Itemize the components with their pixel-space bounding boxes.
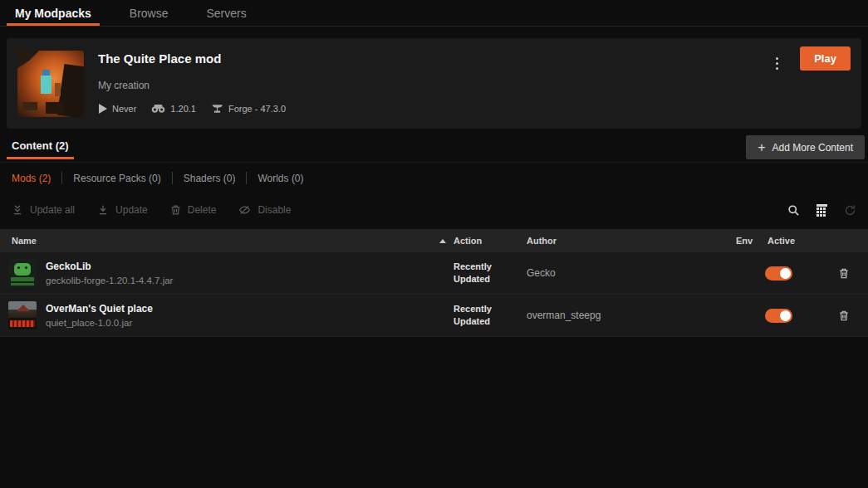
last-played-meta: Never <box>98 104 136 114</box>
mod-action-status: Recently Updated <box>451 303 504 329</box>
table-row[interactable]: OverMan's Quiet place quiet_place-1.0.0.… <box>0 295 868 337</box>
game-version-meta: 1.20.1 <box>151 104 196 114</box>
quiet-place-mod-icon <box>8 301 37 329</box>
update-all-icon <box>12 204 23 216</box>
geckolib-mod-icon <box>8 259 37 287</box>
modpack-subtitle: My creation <box>98 80 150 91</box>
mod-filename: quiet_place-1.0.0.jar <box>46 318 153 328</box>
toolbar-right-icons <box>787 204 856 217</box>
subtab-divider <box>246 172 247 184</box>
column-active[interactable]: Active <box>765 236 819 246</box>
search-icon <box>787 204 800 217</box>
tab-content[interactable]: Content (2) <box>12 139 69 152</box>
update-icon <box>97 204 109 216</box>
mod-author: overman_steepg <box>524 310 733 321</box>
subtab-divider <box>61 172 62 184</box>
subtab-divider <box>172 172 173 184</box>
refresh-button[interactable] <box>844 204 856 217</box>
play-button[interactable]: Play <box>800 46 851 71</box>
column-name[interactable]: Name <box>12 236 37 246</box>
update-all-button[interactable]: Update all <box>12 204 75 216</box>
modpack-thumbnail <box>17 51 84 117</box>
mod-name: GeckoLib <box>46 261 173 272</box>
mod-action-status: Recently Updated <box>451 261 504 286</box>
add-more-content-button[interactable]: + Add More Content <box>746 135 865 159</box>
subtab-mods[interactable]: Mods (2) <box>12 173 51 184</box>
goggles-icon <box>151 104 165 114</box>
more-options-button[interactable] <box>767 51 786 75</box>
mods-toolbar: Update all Update Delete Disable <box>12 199 856 221</box>
search-button[interactable] <box>787 204 800 217</box>
last-played-value: Never <box>112 104 136 114</box>
delete-mod-button[interactable] <box>838 267 850 280</box>
top-navigation: My Modpacks Browse Servers <box>0 0 868 27</box>
disable-label: Disable <box>257 204 291 216</box>
content-subtabs: Mods (2) Resource Packs (0) Shaders (0) … <box>12 172 304 184</box>
mod-author: Gecko <box>524 267 733 279</box>
mod-filename: geckolib-forge-1.20.1-4.4.7.jar <box>46 276 173 285</box>
mod-loader-value: Forge - 47.3.0 <box>228 104 286 114</box>
update-label: Update <box>115 204 148 216</box>
mods-table: Name Action Author Env Active GeckoLib g… <box>0 229 868 337</box>
active-toggle[interactable] <box>765 266 792 281</box>
table-rows: GeckoLib geckolib-forge-1.20.1-4.4.7.jar… <box>0 252 868 337</box>
subtab-shaders[interactable]: Shaders (0) <box>184 173 236 184</box>
trash-icon <box>170 204 181 216</box>
modpack-meta: Never 1.20.1 Forge - 47.3.0 <box>98 104 286 114</box>
game-version-value: 1.20.1 <box>170 104 196 114</box>
modpack-card: The Quite Place mod My creation Never 1.… <box>7 38 861 129</box>
play-icon <box>98 104 107 114</box>
mod-loader-meta: Forge - 47.3.0 <box>211 104 286 114</box>
sort-ascending-icon[interactable] <box>439 239 446 243</box>
subtab-worlds[interactable]: Worlds (0) <box>257 173 303 184</box>
update-button[interactable]: Update <box>97 204 148 216</box>
table-view-icon <box>817 204 827 217</box>
table-view-button[interactable] <box>817 204 827 217</box>
mod-name: OverMan's Quiet place <box>46 303 153 315</box>
content-tab-bar: Content (2) + Add More Content <box>0 133 868 163</box>
delete-mod-button[interactable] <box>838 310 850 322</box>
nav-tab-my-modpacks[interactable]: My Modpacks <box>15 0 91 27</box>
nav-tab-servers[interactable]: Servers <box>207 0 247 27</box>
update-all-label: Update all <box>30 204 75 216</box>
column-env[interactable]: Env <box>733 236 765 246</box>
disable-button[interactable]: Disable <box>238 204 291 216</box>
eye-off-icon <box>238 204 251 216</box>
delete-button[interactable]: Delete <box>170 204 217 216</box>
refresh-icon <box>844 204 856 217</box>
table-header: Name Action Author Env Active <box>0 229 868 252</box>
add-more-content-label: Add More Content <box>772 142 853 154</box>
nav-tab-browse[interactable]: Browse <box>130 0 169 27</box>
anvil-icon <box>211 104 223 114</box>
trash-icon <box>838 310 850 322</box>
trash-icon <box>838 267 850 280</box>
table-row[interactable]: GeckoLib geckolib-forge-1.20.1-4.4.7.jar… <box>0 252 868 295</box>
column-author[interactable]: Author <box>524 236 733 246</box>
subtab-resource-packs[interactable]: Resource Packs (0) <box>73 173 160 184</box>
modpack-title: The Quite Place mod <box>98 51 221 66</box>
active-toggle[interactable] <box>765 309 792 323</box>
delete-label: Delete <box>188 204 217 216</box>
column-action[interactable]: Action <box>451 236 524 246</box>
plus-icon: + <box>758 141 765 154</box>
